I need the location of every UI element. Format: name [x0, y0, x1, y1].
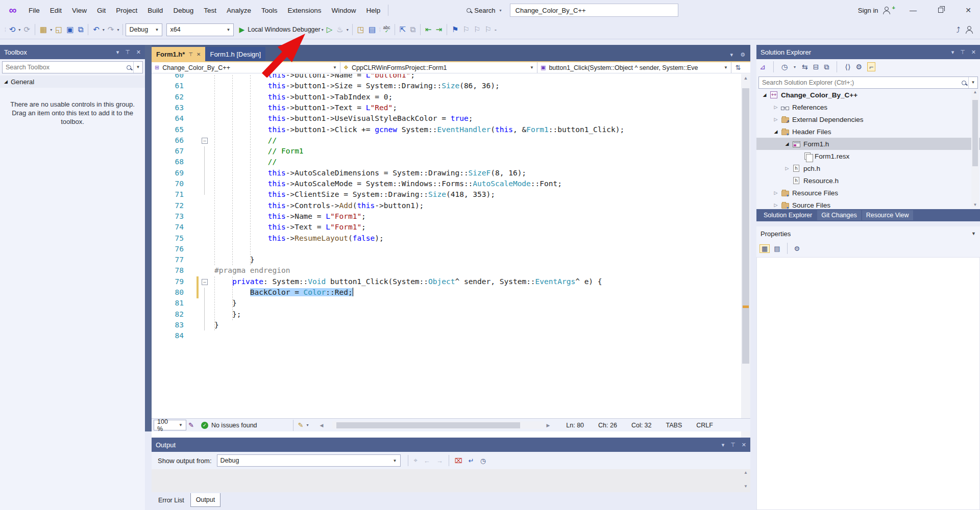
properties-header[interactable]: Properties ▼	[756, 226, 980, 241]
se-tab-solution-explorer[interactable]: Solution Explorer	[760, 210, 816, 220]
expander-closed-icon[interactable]: ▷	[772, 190, 780, 195]
code-line-79[interactable]: 79– private: System::Void button1_Click(…	[152, 276, 741, 288]
file-tab-form1-h[interactable]: Form1.h*⊤✕	[152, 47, 205, 61]
properties-wrench-icon[interactable]: ⚙	[855, 63, 862, 71]
fold-collapse-icon[interactable]: –	[202, 138, 208, 144]
split-window-button[interactable]: ⇅	[731, 62, 745, 73]
close-icon[interactable]: ✕	[136, 49, 141, 56]
properties-content[interactable]	[756, 257, 980, 510]
health-status-text[interactable]: No issues found	[211, 422, 257, 429]
code-line-69[interactable]: 69 this->AutoScaleDimensions = System::D…	[152, 168, 741, 179]
close-icon[interactable]: ✕	[971, 49, 976, 56]
sign-in-link[interactable]: Sign in	[858, 7, 878, 14]
chevron-down-icon[interactable]: ▾	[321, 28, 325, 32]
tree-item-resource-h[interactable]: hResource.h	[756, 174, 980, 187]
close-icon[interactable]: ✕	[742, 442, 746, 448]
start-without-debugging-icon[interactable]: ▷	[325, 24, 335, 35]
expander-closed-icon[interactable]: ▷	[772, 202, 780, 208]
tree-item-pch-h[interactable]: ▷hpch.h	[756, 162, 980, 174]
editor-vertical-scrollbar[interactable]: ▲ ▼	[741, 74, 750, 450]
restore-button[interactable]	[929, 2, 952, 18]
document-list-chevron-icon[interactable]: ▾	[730, 52, 733, 58]
code-cleanup-icon[interactable]: ✎	[296, 420, 306, 430]
preview-selected-items-icon[interactable]: ⌐	[867, 62, 875, 71]
code-line-77[interactable]: 77 }	[152, 254, 741, 266]
chevron-down-icon[interactable]: ▾	[116, 49, 119, 56]
expander-closed-icon[interactable]: ▷	[772, 105, 780, 110]
title-search-input[interactable]	[510, 4, 678, 17]
menu-item-window[interactable]: Window	[327, 5, 361, 16]
chevron-down-icon[interactable]: ▾	[305, 423, 309, 427]
clear-all-icon[interactable]: ⌧	[452, 457, 465, 465]
tree-item-resource-files[interactable]: ▷Resource Files	[756, 187, 980, 199]
menu-item-test[interactable]: Test	[199, 5, 222, 16]
status-line-ending[interactable]: CRLF	[696, 422, 713, 429]
alphabetical-view-icon[interactable]: ▤	[774, 245, 780, 252]
search-label[interactable]: Search	[474, 7, 495, 14]
toolbox-search-box[interactable]: ▼	[2, 61, 143, 73]
attach-to-process-icon[interactable]: ⇱	[398, 24, 408, 35]
output-header[interactable]: Output ▾ ⊤ ✕	[152, 438, 750, 452]
find-in-files-icon[interactable]: ◳	[355, 24, 366, 35]
tree-item-form1-h[interactable]: ◢Form1.h	[756, 138, 980, 150]
expander-open-icon[interactable]: ◢	[761, 92, 769, 97]
send-feedback-icon[interactable]	[965, 26, 973, 33]
menu-item-extensions[interactable]: Extensions	[283, 5, 327, 16]
tab-options-gear-icon[interactable]: ⚙	[740, 52, 745, 58]
code-line-83[interactable]: 83}	[152, 320, 741, 331]
chevron-down-icon[interactable]: ▾	[102, 28, 106, 32]
chevron-down-icon[interactable]: ▾	[793, 65, 797, 69]
sync-with-active-document-icon[interactable]: ⇆	[802, 63, 808, 71]
show-all-files-icon[interactable]: ⧉	[824, 63, 829, 71]
code-line-60[interactable]: 60 this->button1->Name = L"button1";	[152, 74, 741, 81]
toolbox-section-general[interactable]: ◢ General	[0, 75, 145, 88]
toolbar-grip[interactable]: ⁞	[378, 27, 382, 33]
toolbar-grip[interactable]: ⁞	[3, 27, 7, 33]
code-line-61[interactable]: 61 this->button1->Size = System::Drawing…	[152, 81, 741, 92]
solution-platform-dropdown[interactable]: x64▼	[166, 23, 234, 36]
code-line-84[interactable]: 84	[152, 330, 741, 342]
code-editor[interactable]: 60 this->button1->Name = L"button1";61 t…	[152, 74, 750, 450]
menu-item-debug[interactable]: Debug	[168, 5, 199, 16]
menu-item-edit[interactable]: Edit	[45, 5, 67, 16]
local-windows-debugger-button[interactable]: ▶ Local Windows Debugger ▾	[239, 26, 324, 34]
switch-views-icon[interactable]: ⊿	[760, 63, 766, 71]
status-character[interactable]: Ch: 26	[598, 422, 617, 429]
code-line-80[interactable]: 80 BackColor = Color::Red;	[152, 287, 741, 298]
chevron-down-icon[interactable]: ▼	[971, 231, 976, 236]
quick-search-control[interactable]: Search ▾	[467, 7, 502, 14]
code-line-66[interactable]: 66– //	[152, 135, 741, 146]
property-pages-wrench-icon[interactable]: ⚙	[794, 245, 800, 252]
sign-in-person-icon[interactable]	[883, 7, 890, 14]
pin-icon[interactable]: ⊤	[730, 442, 736, 448]
scroll-left-icon[interactable]: ◀	[317, 423, 325, 428]
tree-item-external-dependencies[interactable]: ▷External Dependencies	[756, 113, 980, 125]
bottom-tab-output[interactable]: Output	[190, 493, 221, 507]
chevron-down-icon[interactable]: ▼	[968, 77, 977, 88]
share-icon[interactable]: ⤴	[954, 24, 963, 35]
tree-item-source-files[interactable]: ▷Source Files	[756, 199, 980, 209]
solution-configuration-dropdown[interactable]: Debug▼	[126, 23, 162, 36]
type-dropdown[interactable]: ❖ CppCLRWinFormsProject::Form1 ▼	[340, 62, 537, 73]
solution-explorer-header[interactable]: Solution Explorer ▾ ⊤ ✕	[756, 45, 980, 59]
view-code-icon[interactable]: ⟨⟩	[845, 63, 850, 71]
code-line-72[interactable]: 72 this->Controls->Add(this->button1);	[152, 200, 741, 212]
fold-collapse-icon[interactable]: –	[202, 279, 208, 285]
tree-item-form1-resx[interactable]: Form1.resx	[756, 150, 980, 162]
scroll-up-icon[interactable]: ▲	[741, 74, 750, 82]
menu-item-analyze[interactable]: Analyze	[222, 5, 256, 16]
chevron-down-icon[interactable]: ▾	[17, 28, 21, 32]
spell-check-icon[interactable]: abc✓	[382, 26, 392, 33]
member-dropdown[interactable]: ▣ button1_Click(System::Object ^ sender,…	[537, 62, 731, 73]
pin-icon[interactable]: ⊤	[125, 49, 130, 56]
increase-indent-icon[interactable]: ⇥	[433, 24, 444, 35]
code-line-74[interactable]: 74 this->Text = L"Form1";	[152, 222, 741, 233]
minimize-button[interactable]: —	[901, 2, 925, 18]
code-line-81[interactable]: 81 }	[152, 298, 741, 309]
solution-explorer-scrollbar[interactable]: ▲ ▼	[971, 90, 979, 207]
code-line-63[interactable]: 63 this->button1->Text = L"Red";	[152, 103, 741, 114]
code-line-67[interactable]: 67 // Form1	[152, 146, 741, 157]
chevron-down-icon[interactable]: ▾	[49, 28, 53, 32]
chevron-down-icon[interactable]: ▾	[499, 8, 503, 13]
undo-icon[interactable]: ↶	[91, 24, 102, 35]
